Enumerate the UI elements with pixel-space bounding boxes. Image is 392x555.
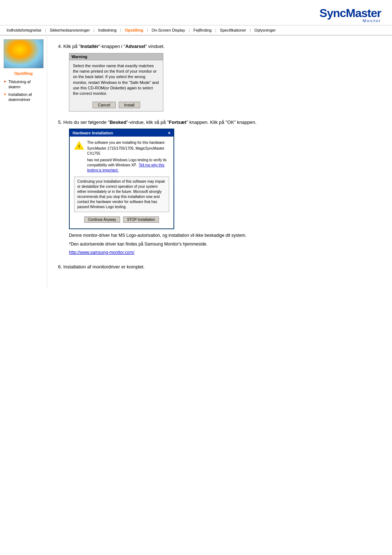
step-4-bold1: Installér <box>81 44 99 49</box>
hw-warn-box-text: Continuing your installation of this sof… <box>77 179 165 209</box>
sidebar-section-label: Opstilling <box>4 71 43 76</box>
logo-bar: SyncMaster Monitor <box>0 0 392 25</box>
cancel-button[interactable]: Cancel <box>93 102 116 108</box>
sidebar: Opstilling ► Tilslutning af skærm ► Inst… <box>0 36 47 288</box>
warning-dialog-buttons: Cancel Install <box>69 100 163 111</box>
warning-dialog-body: Select the monitor name that exactly mat… <box>69 60 163 100</box>
step-6-text: 6. Installation af monitordriver er komp… <box>58 263 381 271</box>
step-6-number: 6. <box>58 264 62 270</box>
nav-specifikationer[interactable]: Specifikationer <box>217 27 249 34</box>
hw-warning-line1: The software you are installing for this… <box>87 140 169 145</box>
samsung-monitor-link[interactable]: http://www.samsung-monitor.com/ <box>69 250 134 255</box>
hw-warning-line2: SyncMaster 1715/1755/1705, MagicSyncMast… <box>87 146 169 156</box>
hw-dialog-buttons: Continue Anyway STOP Installation <box>74 215 169 225</box>
nav-indholdsfortegnelse[interactable]: Indholdsfortegnelse <box>4 27 44 34</box>
hw-close-icon: ✕ <box>168 131 171 135</box>
step-4-block: 4. Klik på "Installér"-knappen i "Advars… <box>58 43 381 112</box>
warning-dialog: Warning Select the monitor name that exa… <box>69 53 163 112</box>
nav-bar: Indholdsfortegnelse | Sikkerhedsanvisnin… <box>0 25 392 36</box>
step-5-bold1: Besked <box>110 119 126 125</box>
hw-dialog-body: ! The software you are installing for th… <box>70 137 173 228</box>
sidebar-item-label: Tilslutning af skærm <box>8 79 43 90</box>
step-4-text: 4. Klik på "Installér"-knappen i "Advars… <box>58 43 381 50</box>
step-5-text: 5. Hvis du ser følgende "Besked"-vindue,… <box>58 119 381 126</box>
hw-dialog-title: Hardware Installation <box>73 131 113 135</box>
main-layout: Opstilling ► Tilslutning af skærm ► Inst… <box>0 36 392 288</box>
sidebar-item-installation[interactable]: ► Installation af skærmdriver <box>4 92 43 102</box>
sidebar-thumbnail <box>4 40 43 68</box>
nav-fejlfinding[interactable]: Fejlfinding <box>191 27 215 34</box>
warning-dialog-title: Warning <box>72 54 87 59</box>
hardware-installation-dialog: Hardware Installation ✕ ! The software y… <box>69 129 174 229</box>
stop-installation-button[interactable]: STOP Installation <box>123 216 159 223</box>
hw-warning-row: ! The software you are installing for th… <box>74 140 169 174</box>
arrow-icon-active: ► <box>4 92 7 97</box>
nav-opstilling[interactable]: Opstilling <box>122 27 146 34</box>
sidebar-item-tilslutning[interactable]: ► Tilslutning af skærm <box>4 79 43 90</box>
nav-oplysninger[interactable]: Oplysninger <box>252 27 279 34</box>
info-link-line: http://www.samsung-monitor.com/ <box>69 249 381 256</box>
step-6-block: 6. Installation af monitordriver er komp… <box>58 263 381 271</box>
nav-onscreen[interactable]: On-Screen Display <box>149 27 188 34</box>
step-5-number: 5. <box>58 119 62 125</box>
install-button[interactable]: Install <box>119 102 140 108</box>
nav-sikkerhedsanvisninger[interactable]: Sikkerhedsanvisninger <box>47 27 93 34</box>
info-line2: *Den autoriserede driver kan findes på S… <box>69 241 381 248</box>
step-5-block: 5. Hvis du ser følgende "Besked"-vindue,… <box>58 119 381 256</box>
arrow-icon: ► <box>4 80 7 84</box>
step-4-number: 4. <box>58 44 62 49</box>
continue-anyway-button[interactable]: Continue Anyway <box>84 216 120 223</box>
sidebar-item-label-active: Installation af skærmdriver <box>8 92 43 102</box>
hw-warning-line3: has not passed Windows Logo testing to v… <box>87 158 169 173</box>
info-line1: Denne monitor-driver har MS Logo-autoris… <box>69 232 381 239</box>
step-4-bold2: Advarsel <box>125 44 145 49</box>
hw-warning-text-block: The software you are installing for this… <box>87 140 169 174</box>
brand-logo: SyncMaster <box>319 7 381 20</box>
warning-dialog-text: Select the monitor name that exactly mat… <box>73 64 159 96</box>
warning-dialog-titlebar: Warning <box>69 53 163 60</box>
hw-warn-box: Continuing your installation of this sof… <box>74 177 169 212</box>
step-6-content: Installation af monitordriver er komplet… <box>63 264 144 270</box>
step-5-bold2: Fortsæt <box>169 119 186 125</box>
hw-dialog-titlebar: Hardware Installation ✕ <box>70 129 173 137</box>
content-area: 4. Klik på "Installér"-knappen i "Advars… <box>47 36 392 288</box>
nav-indledning[interactable]: Indledning <box>95 27 119 34</box>
sidebar-image <box>4 39 44 68</box>
